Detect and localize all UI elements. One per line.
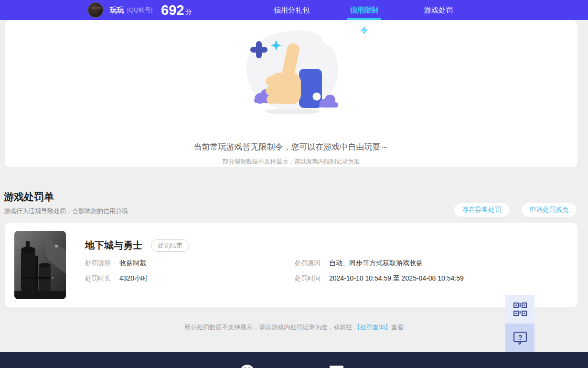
penalty-field-duration: 处罚时长4320小时: [85, 274, 295, 282]
penalty-section-subtitle: 游戏行为违规导致处罚，会影响您的信用分哦: [4, 207, 128, 216]
tab-game-penalties[interactable]: 游戏处罚单: [421, 0, 456, 20]
account-type: [QQ账号]: [127, 6, 152, 14]
user-name: 玩玩: [110, 6, 124, 15]
penalty-status-badge: 处罚结束: [151, 239, 189, 252]
game-thumbnail-image: [14, 231, 66, 299]
help-bubble-icon: ?: [513, 330, 528, 346]
credit-score-unit: 分: [185, 8, 192, 16]
credit-page: 玩玩 [QQ账号] 692 分 信用分礼包 信用限制令 游戏处罚单: [0, 0, 588, 368]
footer-logo-icon: [330, 366, 343, 368]
penalty-record-card: 地下城与勇士 处罚结束 处罚说明收益制裁 处罚原因自动、同步等方式获取游戏收益 …: [5, 223, 577, 307]
abnormal-penalty-button[interactable]: 存在异常处罚: [454, 203, 510, 217]
penalty-field-reason: 处罚原因自动、同步等方式获取游戏收益: [295, 259, 464, 267]
thumbs-up-illustration: [5, 27, 577, 115]
tab-credit-restrictions[interactable]: 信用限制令: [347, 0, 381, 20]
user-info: 玩玩 [QQ账号]: [110, 0, 152, 20]
penalty-section-title: 游戏处罚单: [4, 190, 54, 204]
penalty-field-description: 处罚说明收益制裁: [85, 259, 295, 267]
tab-credit-gifts[interactable]: 信用分礼包: [274, 0, 310, 20]
penalty-fields: 处罚说明收益制裁 处罚原因自动、同步等方式获取游戏收益 处罚时长4320小时 处…: [85, 259, 464, 282]
active-tab-indicator: [347, 18, 381, 20]
credit-score-value: 692: [161, 0, 184, 20]
help-button[interactable]: ?: [505, 324, 535, 352]
game-name: 地下城与勇士: [85, 239, 142, 252]
penalty-section-actions: 存在异常处罚 申请处罚减免: [454, 203, 577, 217]
page-footer: [0, 352, 588, 368]
game-thumbnail: [14, 231, 66, 299]
floating-side-widget: ?: [505, 295, 535, 352]
penalty-disclaimer: 部分处罚数据不支持展示，请以游戏内处罚记录为准，或前往 【处罚查询】查看: [0, 323, 588, 332]
penalty-field-time: 处罚时间2024-10-10 10:54:59 至 2025-04-08 10:…: [295, 274, 464, 282]
qr-code-button[interactable]: [505, 295, 535, 324]
empty-state-note: 部分限制数据不支持显示，请以游戏内限制记录为准: [5, 158, 577, 166]
thumbs-up-icon: [239, 27, 344, 115]
empty-state-message: 当前常玩游戏暂无限制令，您可以在游戏中自由玩耍～: [5, 141, 577, 152]
user-avatar: [88, 2, 103, 18]
apply-penalty-reduction-button[interactable]: 申请处罚减免: [521, 203, 577, 217]
svg-text:?: ?: [518, 333, 522, 341]
qr-code-icon: [513, 302, 527, 316]
top-navbar: 玩玩 [QQ账号] 692 分 信用分礼包 信用限制令 游戏处罚单: [0, 0, 588, 20]
no-restrictions-card: 当前常玩游戏暂无限制令，您可以在游戏中自由玩耍～ 部分限制数据不支持显示，请以游…: [5, 20, 577, 167]
penalty-query-link[interactable]: 【处罚查询】: [354, 324, 391, 331]
qq-logo-icon: [240, 365, 254, 368]
credit-score: 692 分: [161, 0, 192, 20]
